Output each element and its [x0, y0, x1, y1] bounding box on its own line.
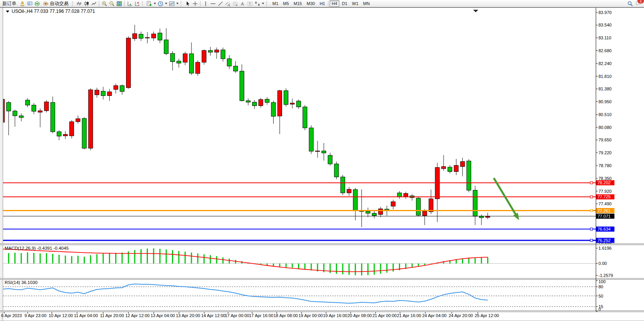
candle [221, 50, 225, 59]
candle [164, 40, 168, 54]
macd-histogram-bar [14, 253, 16, 264]
candle [448, 167, 452, 171]
macd-axis-label: 0.00 [598, 261, 607, 266]
price-line-handle[interactable] [590, 239, 593, 242]
candle [51, 102, 55, 132]
macd-histogram-bar [109, 253, 110, 263]
macd-histogram-bar [374, 263, 375, 274]
macd-histogram-bar [336, 263, 337, 273]
rsi-axis-label: 80 [598, 284, 603, 289]
rsi-axis-label: 100 [598, 279, 605, 284]
candle [259, 99, 263, 106]
price-axis-label: 78.350 [598, 176, 612, 181]
price-axis-label: 77.920 [598, 189, 612, 194]
candle [454, 166, 458, 172]
candle [190, 54, 194, 73]
candle [379, 209, 383, 214]
candle [347, 189, 351, 193]
macd-histogram-bar [235, 260, 236, 263]
candle [214, 50, 219, 52]
rsi-axis-label: 0 [598, 307, 601, 312]
candle [240, 71, 244, 101]
macd-histogram-bar [393, 263, 394, 272]
candle [328, 155, 332, 164]
candle [460, 162, 465, 167]
candle [303, 107, 307, 128]
candle [38, 111, 42, 112]
macd-histogram-bar [223, 258, 224, 264]
macd-histogram-bar [380, 263, 381, 273]
macd-histogram-bar [58, 255, 60, 263]
price-line-handle[interactable] [590, 196, 593, 198]
candle [473, 190, 477, 216]
macd-histogram-bar [361, 263, 362, 275]
price-axis-label: 80.080 [598, 125, 612, 130]
candle [95, 90, 99, 95]
time-axis-label: 19 Apr 00:00 [298, 313, 323, 318]
time-axis-label: 20 Apr 08:00 [347, 313, 372, 318]
candle [7, 102, 11, 111]
macd-axis-label: -1.2579 [598, 273, 613, 278]
price-tag-label: 77.261 [598, 208, 611, 213]
macd-histogram-bar [481, 258, 482, 264]
price-axis-label: 79.650 [598, 138, 612, 142]
macd-histogram-bar [342, 263, 343, 274]
chart-canvas[interactable]: 83.97083.54083.11082.68082.24081.81081.3… [0, 0, 644, 321]
time-axis-label: 18 Apr 08:00 [274, 313, 298, 318]
macd-histogram-bar [21, 253, 22, 264]
symbol-dropdown-icon[interactable] [6, 11, 9, 13]
macd-histogram-bar [487, 257, 488, 263]
time-axis-label: 10 Apr 12:00 [49, 313, 73, 318]
macd-histogram-bar [349, 263, 350, 275]
price-axis-label: 81.810 [598, 74, 612, 79]
macd-histogram-bar [386, 263, 388, 273]
time-axis-label: 6 Apr 2023 [1, 313, 22, 318]
macd-histogram-bar [121, 252, 123, 263]
candle [227, 59, 232, 66]
candle [366, 211, 370, 213]
candle [202, 51, 206, 62]
candle [196, 62, 200, 74]
candle [265, 99, 269, 102]
price-tag-label: 77.725 [598, 194, 611, 199]
price-axis-label: 78.780 [598, 163, 612, 168]
price-axis-label: 81.380 [598, 86, 612, 91]
candle [284, 91, 288, 105]
price-line-handle[interactable] [590, 210, 593, 212]
macd-histogram-bar [65, 256, 66, 263]
time-axis-label: 24 Apr 04:00 [422, 313, 446, 318]
macd-histogram-bar [304, 263, 305, 269]
macd-histogram-bar [71, 256, 72, 263]
macd-histogram-bar [33, 253, 35, 263]
trend-arrow[interactable] [494, 178, 516, 214]
candle [271, 102, 275, 116]
macd-histogram-bar [286, 263, 287, 267]
candle [391, 202, 395, 206]
candle [25, 100, 30, 105]
candle [114, 86, 118, 90]
time-axis-label: 19 Apr 16:00 [323, 313, 347, 318]
price-line-handle[interactable] [590, 228, 593, 230]
macd-histogram-bar [197, 254, 198, 264]
time-axis-label: 14 Apr 12:00 [201, 313, 225, 318]
macd-histogram-bar [115, 253, 116, 263]
price-line-handle[interactable] [590, 182, 593, 184]
candle [233, 66, 238, 71]
candle [404, 194, 408, 197]
trend-arrow-head[interactable] [513, 213, 519, 220]
time-axis-label: 9 Apr 23:00 [25, 313, 46, 318]
time-axis-label: 13 Apr 20:00 [176, 313, 200, 318]
candle [290, 103, 295, 104]
macd-histogram-bar [418, 263, 419, 266]
candle [32, 105, 36, 111]
macd-histogram-bar [27, 252, 28, 264]
macd-histogram-bar [77, 256, 79, 263]
macd-histogram-bar [184, 252, 186, 263]
price-tag-label: 76.634 [598, 227, 611, 231]
candle [322, 151, 326, 153]
candle [334, 164, 339, 177]
candle [63, 134, 68, 136]
candle [423, 211, 427, 215]
time-axis-label: 11 Apr 20:00 [100, 313, 124, 318]
candle [151, 34, 156, 38]
